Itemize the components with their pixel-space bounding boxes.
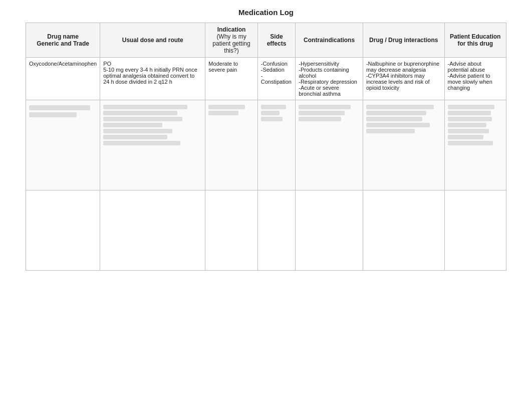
page-title: Medication Log [0, 0, 532, 23]
cell-contraindications-empty [296, 190, 363, 271]
header-indication: Indication(Why is my patient getting thi… [205, 23, 257, 58]
cell-drug-name: Oxycodone/Acetaminophen [26, 58, 100, 100]
header-side-effects: Side effects [257, 23, 296, 58]
cell-side-effects-empty [257, 190, 296, 271]
cell-indication: Moderate to severe pain [205, 58, 257, 100]
cell-drug-interactions-empty [363, 190, 444, 271]
table-header-row: Drug nameGeneric and Trade Usual dose an… [26, 23, 506, 58]
cell-side-effects-blurred [257, 100, 296, 190]
cell-dose: PO 5-10 mg every 3-4 h initially PRN onc… [100, 58, 205, 100]
cell-contraindications-blurred [296, 100, 363, 190]
cell-drug-name-blurred [26, 100, 100, 190]
cell-patient-education: -Advise about potential abuse -Advise pa… [444, 58, 506, 100]
cell-patient-education-blurred [444, 100, 506, 190]
header-drug-interactions: Drug / Drug interactions [363, 23, 444, 58]
cell-contraindications: -Hypersensitivity -Products containing a… [296, 58, 363, 100]
cell-drug-interactions-blurred [363, 100, 444, 190]
cell-patient-education-empty [444, 190, 506, 271]
table-row: Oxycodone/Acetaminophen PO 5-10 mg every… [26, 58, 506, 100]
header-contraindications: Contraindications [296, 23, 363, 58]
cell-dose-blurred [100, 100, 205, 190]
cell-drug-name-empty [26, 190, 100, 271]
table-row [26, 190, 506, 271]
cell-side-effects: -Confusion -Sedation -Constipation [257, 58, 296, 100]
header-patient-education: Patient Education for this drug [444, 23, 506, 58]
table-row [26, 100, 506, 190]
cell-dose-empty [100, 190, 205, 271]
cell-indication-empty [205, 190, 257, 271]
table-wrapper: Drug nameGeneric and Trade Usual dose an… [26, 23, 506, 271]
header-drug-name: Drug nameGeneric and Trade [26, 23, 100, 58]
medication-log-table: Drug nameGeneric and Trade Usual dose an… [26, 23, 506, 271]
cell-indication-blurred [205, 100, 257, 190]
cell-drug-interactions: -Nalbuphine or buprenorphine may decreas… [363, 58, 444, 100]
header-usual-dose: Usual dose and route [100, 23, 205, 58]
